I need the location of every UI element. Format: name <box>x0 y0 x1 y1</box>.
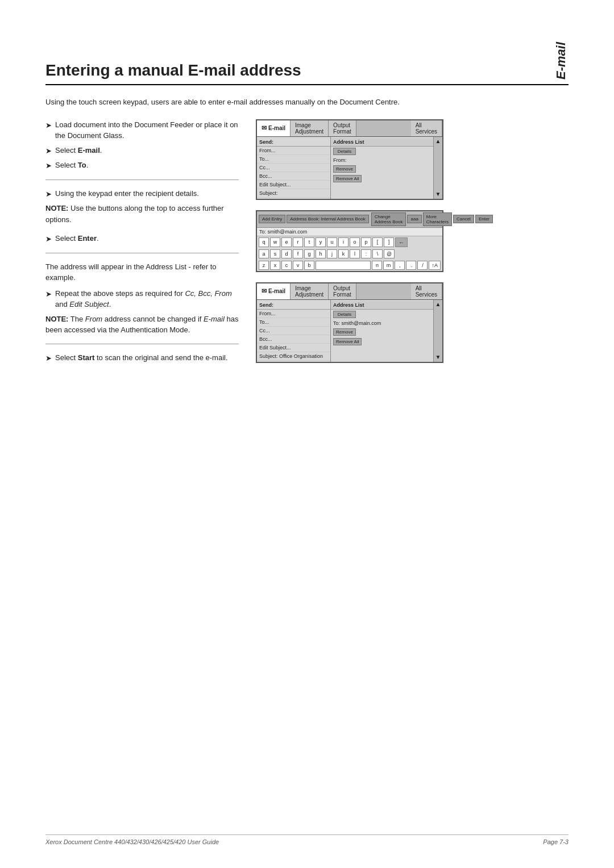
field-subject-2: Subject: Office Organisation <box>257 352 330 361</box>
tab-all-services-1: AllServices <box>411 120 442 136</box>
tab-all-services-label: AllServices <box>416 122 437 135</box>
tab-email-label-2: E-mail <box>268 288 285 294</box>
aaa-btn: aaa <box>407 215 421 223</box>
kb-row-1: q w e r t y u i o p [ ] ← <box>257 236 442 248</box>
key-k: k <box>338 249 349 258</box>
arrow-icon: ➤ <box>45 160 52 172</box>
email-icon: ✉ <box>262 124 267 132</box>
key-u: u <box>327 237 337 247</box>
remove-btn-1: Remove <box>333 165 356 173</box>
key-a: a <box>259 249 269 258</box>
key-d: d <box>281 249 292 258</box>
field-subject-1: Subject: <box>257 189 330 198</box>
address-appear-text: The address will appear in the Address L… <box>45 261 239 283</box>
divider <box>45 253 239 253</box>
field-from-2: From... <box>257 310 330 318</box>
section2: ➤ Using the keypad enter the recipient d… <box>45 188 239 226</box>
key-v: v <box>293 261 303 270</box>
step-repeat: ➤ Repeat the above steps as required for… <box>45 288 239 310</box>
key-b: b <box>304 261 314 270</box>
page-header: Entering a manual E-mail address E-mail <box>45 34 569 85</box>
tab-all-services-2: AllServices <box>411 283 442 299</box>
tab-image-adj-label: ImageAdjustment <box>295 122 323 135</box>
arrow-icon: ➤ <box>45 233 52 245</box>
intro-text: Using the touch screen keypad, users are… <box>45 97 569 108</box>
address-from-label-1: From: <box>331 156 433 164</box>
scroll-up-icon: ▲ <box>435 138 441 145</box>
side-label: E-mail <box>554 34 569 80</box>
tab-output-fmt-label: OutputFormat <box>333 122 351 135</box>
note-label: NOTE: <box>45 204 68 212</box>
address-to-label-2: To: smith@main.com <box>331 319 433 327</box>
email-icon-2: ✉ <box>262 287 267 295</box>
tab-email-1: ✉ E-mail <box>257 120 291 136</box>
field-cc-2: Cc... <box>257 327 330 335</box>
key-at: @ <box>384 249 395 258</box>
kb-row-3: z x c v b n m , . / ↑A <box>257 260 442 271</box>
step-select-enter-text: Select Enter. <box>55 233 239 244</box>
step-start-text: Select Start to scan the original and se… <box>55 352 239 364</box>
remove-all-btn-2: Remove All <box>333 338 362 345</box>
divider <box>45 180 239 180</box>
screen-body-2: Send: From... To... Cc... Bcc... Edit Su… <box>257 300 442 362</box>
left-column: ➤ Load document into the Document Feeder… <box>45 119 239 373</box>
arrow-icon: ➤ <box>45 120 52 131</box>
footer-right: Page 7-3 <box>543 838 569 845</box>
note-from-text: The From address cannot be changed if E-… <box>45 315 238 335</box>
enter-btn: Enter <box>475 215 493 223</box>
key-q: q <box>259 237 269 247</box>
field-editsubj-1: Edit Subject... <box>257 181 330 189</box>
add-entry-btn: Add Entry <box>259 215 285 223</box>
scroll-down-icon: ▼ <box>435 191 441 198</box>
step-load-doc-text: Load document into the Document Feeder o… <box>55 119 239 141</box>
tab-output-fmt-label-2: OutputFormat <box>333 285 351 298</box>
step-load-doc: ➤ Load document into the Document Feeder… <box>45 119 239 141</box>
section4: The address will appear in the Address L… <box>45 261 239 336</box>
tab-spacer-2 <box>356 283 411 299</box>
key-r: r <box>293 237 303 247</box>
remove-btn-row-2: Remove <box>331 327 433 337</box>
field-bcc-1: Bcc... <box>257 172 330 181</box>
screen-right-panel-1: Address List Details From: Remove Remove… <box>331 137 433 199</box>
field-bcc-2: Bcc... <box>257 335 330 344</box>
step-select-email-text: Select E-mail. <box>55 145 239 156</box>
note-from: NOTE: The From address cannot be changed… <box>45 314 239 336</box>
screen-tabs-2: ✉ E-mail ImageAdjustment OutputFormat Al… <box>257 283 442 300</box>
scroll-up-icon-2: ▲ <box>435 301 441 308</box>
key-j: j <box>327 249 337 258</box>
key-close-bracket: ] <box>384 237 394 247</box>
tab-output-fmt-2: OutputFormat <box>329 283 356 299</box>
footer-left: Xerox Document Centre 440/432/430/426/42… <box>45 838 219 845</box>
arrow-icon: ➤ <box>45 145 52 157</box>
tab-output-fmt-1: OutputFormat <box>329 120 356 136</box>
tab-all-services-label-2: AllServices <box>416 285 437 298</box>
step-select-enter: ➤ Select Enter. <box>45 233 239 245</box>
section3: ➤ Select Enter. <box>45 233 239 245</box>
key-c: c <box>281 261 292 270</box>
screen-body-1: Send: From... To... Cc... Bcc... Edit Su… <box>257 137 442 199</box>
key-period: . <box>406 261 416 270</box>
details-btn-1: Details <box>333 148 356 155</box>
key-p: p <box>361 237 371 247</box>
key-z: z <box>259 261 269 270</box>
details-btn-2: Details <box>333 311 356 318</box>
step-select-email: ➤ Select E-mail. <box>45 145 239 157</box>
kb-toolbar: Add Entry Address Book: Internal Address… <box>257 211 442 228</box>
key-x: x <box>270 261 280 270</box>
key-s: s <box>270 249 280 258</box>
screen-right-panel-2: Address List Details To: smith@main.com … <box>331 300 433 362</box>
key-open-bracket: [ <box>372 237 383 247</box>
key-comma: , <box>395 261 405 270</box>
screen-send-label-1: Send: <box>257 138 330 147</box>
note-buttons: NOTE: Use the buttons along the top to a… <box>45 203 239 225</box>
address-header-2: Address List <box>331 301 433 310</box>
key-colon: : <box>361 249 371 258</box>
key-w: w <box>270 237 280 247</box>
remove-btn-row-1: Remove <box>331 164 433 174</box>
address-header-1: Address List <box>331 138 433 147</box>
details-btn-row-2: Details <box>331 310 433 319</box>
key-t: t <box>304 237 314 247</box>
key-backspace: ← <box>395 237 408 247</box>
field-editsubj-2: Edit Subject... <box>257 344 330 352</box>
key-y: y <box>316 237 326 247</box>
